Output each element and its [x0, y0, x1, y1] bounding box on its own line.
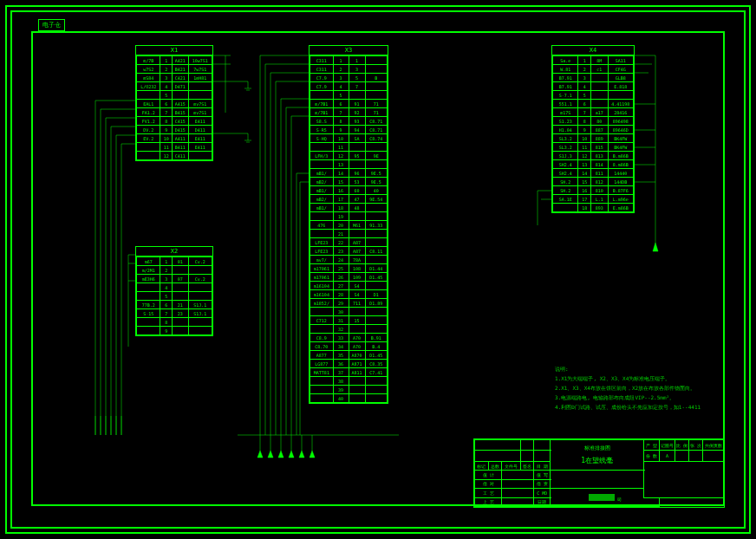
- terminal-row: 11B411E411: [137, 143, 212, 152]
- terminal-row: 19: [310, 212, 388, 221]
- terminal-row: SH.216810B.87F6: [553, 186, 634, 195]
- terminal-row: 5: [137, 292, 212, 301]
- terminal-row: 8: [137, 318, 212, 327]
- terminal-row: S-R5994C8.71: [310, 126, 388, 134]
- terminal-row: 18893E.m86B: [553, 204, 634, 212]
- terminal-row: 9: [137, 327, 212, 335]
- terminal-row: m1852/29711D1.89: [310, 299, 388, 308]
- terminal-X4: X4Sa.e18MSA11W.812c1CF4GB7.913GLB8B7.914…: [551, 45, 635, 213]
- terminal-row: S8.S893C8.71: [310, 117, 388, 126]
- terminal-row: mB1/166040: [310, 186, 388, 195]
- terminal-row: L/O2324D471: [137, 82, 212, 91]
- terminal-row: m/7B1A42110w7S1: [137, 56, 212, 65]
- notes-line: 2.X1、X3、X4布放在饼区前向，X2放在布放各部件物面向。: [555, 383, 711, 393]
- terminal-row: C31111: [310, 56, 388, 65]
- terminal-row: mB1/14969E.5: [310, 169, 388, 178]
- terminal-row: SL3.210889BK4FW: [553, 134, 634, 143]
- notes: 说明: 1.X1为大端端子, X2、X3、X4为标准电压端子。 2.X1、X3、…: [555, 364, 711, 412]
- terminal-row: EAL16A415mv7S1: [137, 100, 212, 108]
- terminal-row: B7.913GLB8: [553, 74, 634, 82]
- terminal-row: mB2/15539E.5: [310, 178, 388, 186]
- terminal-row: mE3H6307Cv.2: [137, 275, 212, 283]
- terminal-row: 32: [310, 325, 388, 334]
- terminal-row: SH2.41481114440: [553, 169, 634, 178]
- terminal-row: m/7B169171: [310, 100, 388, 108]
- terminal-row: C7.947: [310, 82, 388, 91]
- terminal-X3: X3C31111C31123C7.935BC7.9475m/7B169171m/…: [309, 45, 388, 404]
- terminal-header: X2: [136, 247, 212, 257]
- corner-tag: 电子仓: [38, 19, 65, 31]
- terminal-row: C7123115: [310, 316, 388, 325]
- terminal-row: 30: [310, 308, 388, 316]
- terminal-row: SH.215812144DB: [553, 178, 634, 186]
- terminal-row: m/7B179271: [310, 108, 388, 117]
- terminal-row: 11: [310, 143, 388, 152]
- notes-line: 3.电源端路电, 电输路部布向成阻VIP--2.5mm²。: [555, 393, 711, 402]
- notes-line: 1.X1为大端端子, X2、X3、X4为标准电压端子。: [555, 373, 711, 383]
- terminal-row: Sa.e18MSA11: [553, 56, 634, 65]
- terminal-row: m/2M12: [137, 266, 212, 275]
- terminal-row: S-15723S1J.1: [137, 309, 212, 318]
- terminal-row: m1706126109D1.45: [310, 273, 388, 282]
- terminal-row: 4: [137, 283, 212, 292]
- terminal-header: X4: [552, 46, 634, 55]
- terminal-row: mS843C4211mH81: [137, 74, 212, 82]
- terminal-X1: X1m/7B1A42110w7S1w7S22B4217w7S1mS843C421…: [135, 45, 213, 161]
- terminal-row: LFE2322A87: [310, 238, 388, 247]
- terminal-row: 47620M6191.33: [310, 221, 388, 230]
- terminal-row: SA.1E17L.1L.m96e: [553, 195, 634, 204]
- terminal-row: SL3.211815BK4FW: [553, 143, 634, 152]
- terminal-row: 77B.2621S1J.1: [137, 301, 212, 309]
- terminal-row: 5: [310, 91, 388, 100]
- terminal-row: SH2.4138148.m86B: [553, 160, 634, 169]
- terminal-row: DV.29D415D411: [137, 126, 212, 134]
- terminal-row: W.812c1CF4G: [553, 65, 634, 74]
- terminal-row: m1610428S4D1: [310, 290, 388, 299]
- terminal-row: m67101Cv.2: [137, 257, 212, 266]
- terminal-row: 40: [310, 394, 388, 403]
- terminal-row: m1610427S4: [310, 282, 388, 290]
- terminal-row: 13: [310, 160, 388, 169]
- notes-line: 4.利图D门试路、试压、成份给头不先应加定按号，如1--4411: [555, 402, 711, 412]
- terminal-X2: X2m67101Cv.2m/2M12mE3H6307Cv.24577B.2621…: [135, 246, 213, 336]
- terminal-row: S-7.15: [553, 91, 634, 100]
- notes-title: 说明:: [555, 364, 711, 373]
- terminal-row: A87735A870D1.45: [310, 351, 388, 360]
- drawing-title: 标准排接图: [551, 445, 642, 452]
- terminal-row: FA1.27B415mv7S1: [137, 108, 212, 117]
- terminal-row: S1.23880896498: [553, 117, 634, 126]
- terminal-row: LFE2323A87C8.11: [310, 247, 388, 256]
- terminal-row: B7.914E.818: [553, 82, 634, 91]
- terminal-row: C7.935B: [310, 74, 388, 82]
- terminal-row: w7S22B4217w7S1: [137, 65, 212, 74]
- terminal-row: m17S7a1728416: [553, 108, 634, 117]
- terminal-row: 38: [310, 377, 388, 386]
- title-block: 标准排接图 1在望线毫 产 型 记图号 比 例 张 次 共例页数 份 数 A 标…: [473, 438, 725, 508]
- terminal-header: X1: [136, 46, 212, 55]
- terminal-row: m1706125108D1.44: [310, 264, 388, 273]
- terminal-row: 39: [310, 386, 388, 394]
- terminal-row: 551.164.41198: [553, 100, 634, 108]
- terminal-row: C31123: [310, 65, 388, 74]
- terminal-row: EV.210A411E411: [137, 134, 212, 143]
- terminal-row: mB2/17479E.54: [310, 195, 388, 204]
- terminal-row: mv7/2478A: [310, 256, 388, 264]
- terminal-row: C8.7034A70B.4: [310, 342, 388, 351]
- terminal-row: 5: [137, 91, 212, 100]
- terminal-row: LG87736A871C8.35: [310, 360, 388, 368]
- terminal-row: 12C411: [137, 152, 212, 160]
- terminal-row: MATT8137A811C7.41: [310, 368, 388, 377]
- terminal-row: LFH/312959E: [310, 152, 388, 160]
- terminal-header: X3: [310, 46, 388, 55]
- project-name: 1在望线毫: [551, 456, 642, 465]
- terminal-row: C8.933A70B.91: [310, 334, 388, 342]
- terminal-row: S-HQ10SAC8.74: [310, 134, 388, 143]
- terminal-row: mB1/1848: [310, 204, 388, 212]
- terminal-row: 21: [310, 230, 388, 238]
- terminal-row: S1J.312813B.m86B: [553, 152, 634, 160]
- terminal-row: H1.04988789646D: [553, 126, 634, 134]
- terminal-row: FV1.28C415E411: [137, 117, 212, 126]
